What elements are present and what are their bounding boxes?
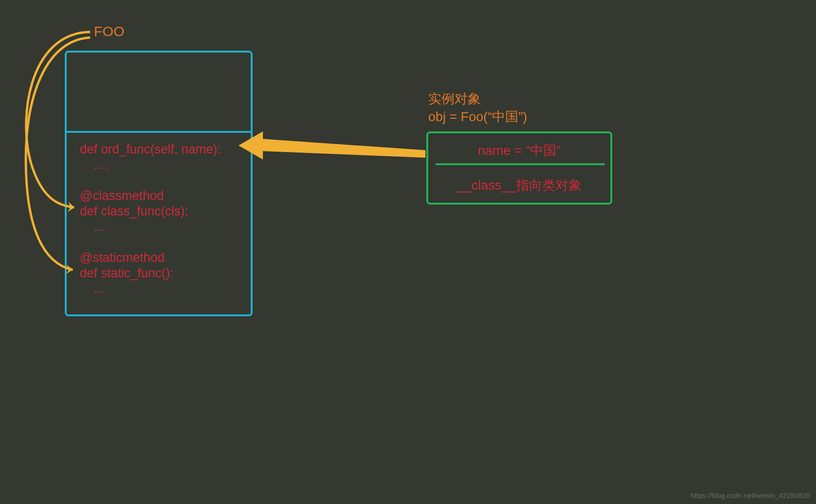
instance-label-line2: obj = Foo(“中国”)	[428, 109, 527, 124]
class-object-box: def ord_func(self, name): .... @classmet…	[65, 51, 253, 316]
class-box-divider	[67, 131, 251, 133]
instance-label-line1: 实例对象	[428, 92, 481, 106]
instance-label: 实例对象 obj = Foo(“中国”)	[428, 90, 527, 126]
instance-object-box: name = “中国” __class__指向类对象	[426, 131, 612, 205]
watermark-url: https://blog.csdn.net/weixin_42250835	[691, 491, 810, 499]
diagram-canvas: FOO def ord_func(self, name): .... @clas…	[0, 0, 816, 504]
instance-name-attr: name = “中国”	[428, 133, 610, 160]
instance-class-pointer: __class__指向类对象	[428, 170, 610, 194]
class-pointer-arrow	[239, 131, 425, 160]
svg-marker-0	[239, 131, 425, 160]
foo-class-label: FOO	[94, 23, 124, 39]
instance-box-divider	[436, 163, 605, 165]
class-methods-code: def ord_func(self, name): .... @classmet…	[80, 142, 221, 297]
